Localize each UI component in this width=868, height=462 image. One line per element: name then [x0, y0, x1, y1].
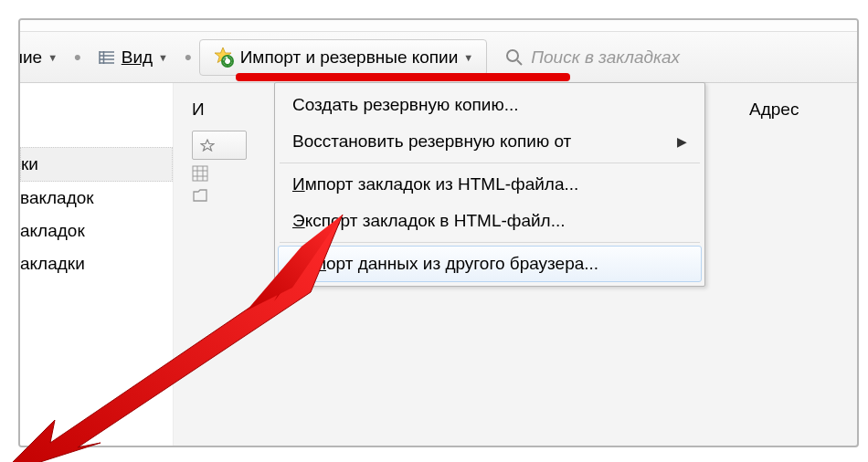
menu-item-restore[interactable]: Восстановить резервную копию от ▶ [278, 123, 702, 160]
manage-menu[interactable]: равление ▼ [18, 39, 67, 76]
sidebar-item[interactable]: акладок [20, 215, 173, 247]
star-refresh-icon [213, 47, 235, 68]
search-input[interactable]: Поиск в закладках [505, 47, 680, 68]
address-label: Адрес [749, 100, 799, 120]
menu-item-import-html[interactable]: Импорт закладок из HTML-файла... [278, 166, 702, 203]
menu-item-export-html[interactable]: Экспорт закладок в HTML-файл... [278, 203, 702, 239]
star-outline-icon [200, 139, 215, 152]
sidebar: ки вакладок акладок акладки [20, 83, 174, 446]
sidebar-item[interactable]: ки [20, 147, 173, 182]
dropdown-arrow-icon: ▼ [158, 52, 168, 63]
toolbar-separator: • [179, 46, 197, 69]
search-placeholder: Поиск в закладках [531, 47, 680, 68]
sidebar-item[interactable]: акладки [20, 247, 173, 280]
window-titlebar-fragment [20, 20, 857, 32]
view-label: Вид [122, 47, 153, 68]
grid-icon [192, 165, 208, 182]
list-view-icon [98, 49, 116, 66]
menu-separator [280, 163, 700, 163]
sidebar-item[interactable]: вакладок [20, 182, 173, 215]
annotation-underline [236, 73, 570, 81]
dropdown-arrow-icon: ▼ [48, 52, 58, 63]
name-input[interactable] [192, 131, 247, 160]
folder-icon [192, 187, 208, 204]
menu-separator [280, 242, 700, 243]
import-backup-menu[interactable]: Импорт и резервные копии ▼ [199, 39, 488, 76]
svg-line-10 [517, 60, 522, 65]
svg-rect-12 [193, 166, 207, 181]
search-icon [505, 48, 524, 67]
dropdown-arrow-icon: ▼ [463, 52, 473, 63]
import-backup-dropdown: Создать резервную копию... Восстановить … [274, 82, 705, 287]
menu-item-import-browser[interactable]: Импорт данных из другого браузера... [278, 246, 702, 282]
manage-label: равление [18, 47, 42, 68]
toolbar-separator: • [69, 46, 87, 69]
import-backup-label: Импорт и резервные копии [240, 47, 459, 68]
submenu-arrow-icon: ▶ [677, 134, 687, 149]
menu-item-backup[interactable]: Создать резервную копию... [278, 87, 702, 123]
svg-point-9 [507, 50, 518, 61]
view-menu[interactable]: Вид ▼ [89, 39, 177, 76]
svg-marker-11 [201, 140, 214, 151]
